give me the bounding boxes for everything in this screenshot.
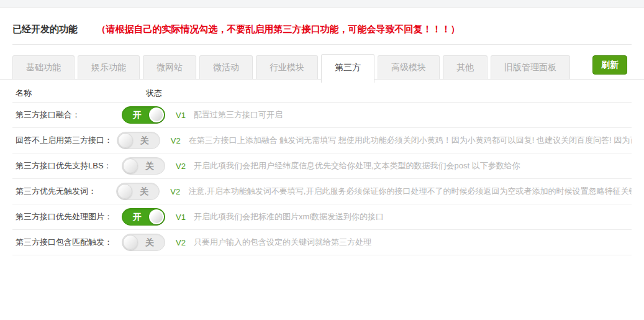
toggle-state-label: 开 xyxy=(133,107,142,123)
page: 已经开发的功能 （请根据自己的实际情况勾选，不要乱启用第三方接口功能，可能会导致… xyxy=(0,0,644,320)
feature-table: 名称 状态 第三方接口融合： 开 V1 配置过第三方接口可开启 回答不上启用第三… xyxy=(12,85,632,255)
toggle-state-label: 关 xyxy=(145,158,154,174)
table-row: 回答不上启用第三方接口： 关 V2 在第三方接口上添加融合 触发词无需填写 想使… xyxy=(12,128,632,153)
toggle-knob xyxy=(123,158,138,173)
toggle-knob xyxy=(149,209,164,224)
feature-label: 第三方接口融合： xyxy=(12,109,122,121)
toggle-switch[interactable]: 关 xyxy=(122,234,165,251)
toggle-knob xyxy=(118,133,133,148)
version-badge: V2 xyxy=(170,187,180,196)
tab-8[interactable]: 旧版管理面板 xyxy=(491,55,570,79)
toggle-state-label: 关 xyxy=(140,183,148,199)
tab-0[interactable]: 基础功能 xyxy=(12,55,75,79)
table-row: 第三方接口优先处理图片： 开 V1 开启此项我们会把标准的图片xml数据发送到你… xyxy=(12,204,632,230)
toggle-switch[interactable]: 关 xyxy=(117,132,160,149)
table-row: 第三方接口优先支持LBS： 关 V2 开启此项我们会把用户经纬度信息优先交给你处… xyxy=(12,153,632,179)
feature-description: 只要用户输入的包含设定的关键词就给第三方处理 xyxy=(194,237,632,248)
tab-bar: 基础功能娱乐功能微网站微活动行业模块第三方高级模块其他旧版管理面板刷新 xyxy=(0,55,644,80)
feature-label: 第三方接口优先处理图片： xyxy=(12,211,122,222)
tab-3[interactable]: 微活动 xyxy=(199,55,253,79)
table-row: 第三方接口包含匹配触发： 关 V2 只要用户输入的包含设定的关键词就给第三方处理 xyxy=(12,230,632,255)
tab-5[interactable]: 第三方 xyxy=(321,54,374,83)
toggle-knob xyxy=(117,184,132,199)
toggle-knob xyxy=(149,107,164,122)
toggle-switch[interactable]: 开 xyxy=(122,106,165,124)
tab-1[interactable]: 娱乐功能 xyxy=(78,55,140,79)
version-badge: V1 xyxy=(176,111,186,120)
feature-description: 注意,开启本功能触发词不要填写,开启此服务必须保证你的接口处理不了的时候必须返回… xyxy=(188,186,632,197)
feature-label: 第三方优先无触发词： xyxy=(12,186,116,197)
refresh-button[interactable]: 刷新 xyxy=(592,55,627,75)
table-row: 第三方接口融合： 开 V1 配置过第三方接口可开启 xyxy=(12,103,632,128)
toggle-knob xyxy=(123,235,138,250)
feature-label: 第三方接口包含匹配触发： xyxy=(12,237,122,248)
table-rows: 第三方接口融合： 开 V1 配置过第三方接口可开启 回答不上启用第三方接口： 关… xyxy=(12,103,632,255)
toggle-switch[interactable]: 开 xyxy=(122,208,165,226)
version-badge: V2 xyxy=(171,136,181,145)
top-bar xyxy=(0,0,644,7)
feature-description: 在第三方接口上添加融合 触发词无需填写 想使用此功能必须关闭小黄鸡！因为小黄鸡都… xyxy=(189,135,632,146)
tab-4[interactable]: 行业模块 xyxy=(256,55,318,79)
feature-description: 开启此项我们会把标准的图片xml数据发送到你的接口 xyxy=(194,211,632,222)
toggle-switch[interactable]: 关 xyxy=(122,157,165,175)
tab-2[interactable]: 微网站 xyxy=(143,55,196,79)
toggle-state-label: 关 xyxy=(145,234,154,250)
page-header: 已经开发的功能 （请根据自己的实际情况勾选，不要乱启用第三方接口功能，可能会导致… xyxy=(12,7,632,45)
tab-7[interactable]: 其他 xyxy=(443,55,488,79)
table-header: 名称 状态 xyxy=(12,85,632,103)
table-row: 第三方优先无触发词： 关 V2 注意,开启本功能触发词不要填写,开启此服务必须保… xyxy=(12,179,632,204)
version-badge: V1 xyxy=(176,213,186,222)
feature-label: 回答不上启用第三方接口： xyxy=(12,135,117,146)
toggle-state-label: 开 xyxy=(133,209,142,225)
feature-label: 第三方接口优先支持LBS： xyxy=(12,160,122,171)
feature-description: 开启此项我们会把用户经纬度信息优先交给你处理,文本类型的数据我们会post 以下… xyxy=(194,160,632,171)
toggle-switch[interactable]: 关 xyxy=(116,183,160,200)
column-header-name: 名称 xyxy=(12,88,146,99)
column-header-status: 状态 xyxy=(146,88,162,99)
version-badge: V2 xyxy=(176,162,186,171)
feature-description: 配置过第三方接口可开启 xyxy=(194,109,632,121)
toggle-state-label: 关 xyxy=(140,132,149,149)
version-badge: V2 xyxy=(176,238,186,247)
tab-6[interactable]: 高级模块 xyxy=(378,55,440,79)
warning-text: （请根据自己的实际情况勾选，不要乱启用第三方接口功能，可能会导致不回复！！！） xyxy=(96,24,460,34)
page-title: 已经开发的功能 xyxy=(12,24,78,34)
